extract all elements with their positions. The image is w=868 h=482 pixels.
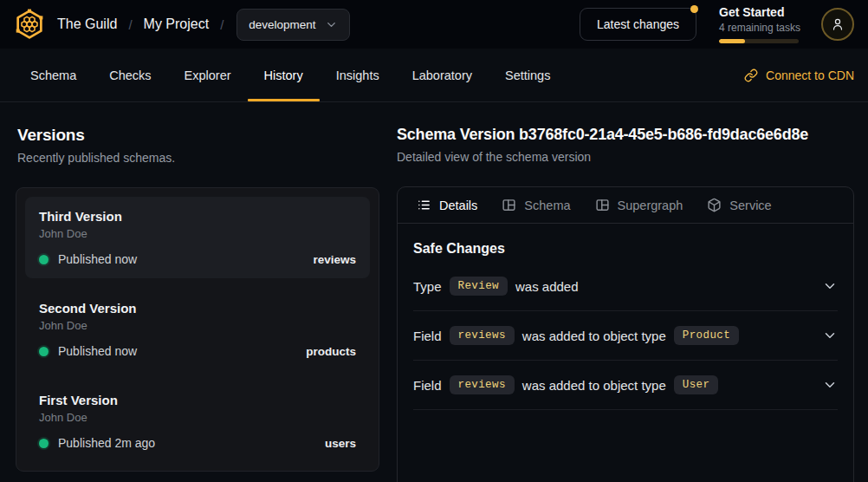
detail-tab-details[interactable]: Details [405, 187, 489, 223]
detail-tab-label: Details [439, 199, 477, 212]
versions-subtitle: Recently published schemas. [17, 151, 397, 165]
environment-selector-value: development [249, 18, 315, 31]
change-text: was added to object type [522, 378, 666, 393]
list-icon [417, 198, 431, 212]
user-icon [830, 16, 845, 32]
version-service-name: products [306, 345, 356, 358]
change-text: was added to object type [522, 329, 666, 343]
link-icon [744, 68, 758, 82]
change-prefix: Field [413, 329, 442, 343]
chevron-down-icon [822, 278, 838, 294]
versions-list: Third Version John Doe Published now rev… [16, 187, 379, 472]
breadcrumb: The Guild / My Project / [57, 16, 235, 32]
version-title: Second Version [39, 301, 356, 316]
change-row[interactable]: Field reviews was added to object type P… [413, 311, 838, 361]
latest-changes-label: Latest changes [597, 17, 679, 31]
project-nav: Schema Checks Explorer History Insights … [0, 49, 868, 102]
breadcrumb-separator: / [128, 17, 132, 32]
change-row[interactable]: Field reviews was added to object type U… [413, 361, 838, 410]
version-status: Published 2m ago [58, 436, 155, 450]
versions-title: Versions [17, 126, 397, 145]
detail-tab-supergraph[interactable]: Supergraph [583, 187, 696, 223]
nav-tab-schema[interactable]: Schema [14, 49, 93, 101]
published-status-dot [39, 347, 49, 356]
connect-to-cdn-link[interactable]: Connect to CDN [744, 68, 854, 82]
change-prefix: Field [413, 378, 442, 393]
version-service-name: users [325, 437, 356, 450]
version-list-item[interactable]: Third Version John Doe Published now rev… [25, 197, 370, 278]
nav-tab-explorer[interactable]: Explorer [168, 49, 248, 101]
change-code-badge: Review [450, 277, 508, 296]
chevron-down-icon [822, 328, 838, 343]
breadcrumb-separator: / [220, 17, 223, 32]
detail-tab-schema[interactable]: Schema [489, 187, 582, 223]
version-author: John Doe [39, 227, 356, 240]
version-author: John Doe [39, 319, 356, 332]
breadcrumb-org[interactable]: The Guild [57, 16, 117, 32]
notification-dot [690, 5, 698, 13]
published-status-dot [39, 255, 49, 264]
nav-tab-insights[interactable]: Insights [320, 49, 396, 101]
top-bar: The Guild / My Project / development Lat… [0, 0, 868, 49]
latest-changes-button[interactable]: Latest changes [580, 8, 696, 41]
safe-changes-heading: Safe Changes [413, 241, 838, 257]
nav-tab-laboratory[interactable]: Laboratory [396, 49, 489, 101]
change-code-badge: reviews [450, 375, 515, 394]
topbar-right-cluster: Latest changes Get Started 4 remaining t… [580, 5, 854, 43]
detail-tab-label: Schema [524, 199, 570, 212]
change-code-badge: reviews [450, 326, 515, 345]
detail-tab-label: Service [729, 199, 771, 212]
change-type-badge: Product [674, 326, 739, 345]
get-started-progress-bar [719, 39, 799, 43]
version-service-name: reviews [313, 253, 356, 266]
nav-tab-checks[interactable]: Checks [93, 49, 167, 101]
nav-tab-settings[interactable]: Settings [489, 49, 567, 101]
version-detail-box: Details Schema Supergraph [397, 186, 854, 482]
versions-panel: Versions Recently published schemas. Thi… [0, 126, 397, 482]
guild-logo-icon[interactable] [14, 9, 45, 40]
version-list-item[interactable]: First Version John Doe Published 2m ago … [25, 381, 370, 462]
get-started-title: Get Started [719, 5, 799, 21]
detail-tab-label: Supergraph [618, 199, 683, 212]
version-detail-panel: Schema Version b3768fc0-21a4-45e5-b686-f… [397, 126, 868, 482]
nav-tab-list: Schema Checks Explorer History Insights … [14, 49, 567, 101]
panels-icon [595, 198, 610, 212]
version-status: Published now [58, 252, 137, 266]
published-status-dot [39, 439, 49, 448]
version-detail-subtitle: Detailed view of the schema version [397, 150, 854, 164]
version-detail-title: Schema Version b3768fc0-21a4-45e5-b686-f… [397, 126, 854, 144]
version-title: Third Version [39, 209, 356, 224]
environment-selector[interactable]: development [236, 9, 349, 41]
panels-icon [502, 198, 516, 212]
breadcrumb-project[interactable]: My Project [144, 16, 210, 32]
user-avatar[interactable] [821, 8, 854, 41]
connect-to-cdn-label: Connect to CDN [766, 68, 854, 82]
change-row[interactable]: Type Review was added [413, 262, 838, 311]
main-content: Versions Recently published schemas. Thi… [0, 102, 868, 482]
detail-tab-list: Details Schema Supergraph [398, 187, 853, 224]
detail-tab-service[interactable]: Service [695, 187, 783, 223]
change-type-badge: User [674, 375, 719, 394]
version-status: Published now [58, 344, 137, 358]
detail-content: Safe Changes Type Review was added Field… [398, 241, 853, 410]
change-text: was added [515, 279, 579, 294]
version-list-item[interactable]: Second Version John Doe Published now pr… [25, 289, 370, 370]
change-prefix: Type [413, 279, 442, 294]
version-title: First Version [39, 393, 356, 407]
get-started-widget[interactable]: Get Started 4 remaining tasks [719, 5, 799, 43]
get-started-subtitle: 4 remaining tasks [719, 22, 799, 34]
cube-icon [707, 198, 722, 212]
chevron-down-icon [325, 18, 338, 31]
get-started-progress-fill [719, 39, 745, 43]
chevron-down-icon [822, 377, 838, 393]
version-author: John Doe [39, 411, 356, 424]
nav-tab-history[interactable]: History [248, 49, 320, 101]
